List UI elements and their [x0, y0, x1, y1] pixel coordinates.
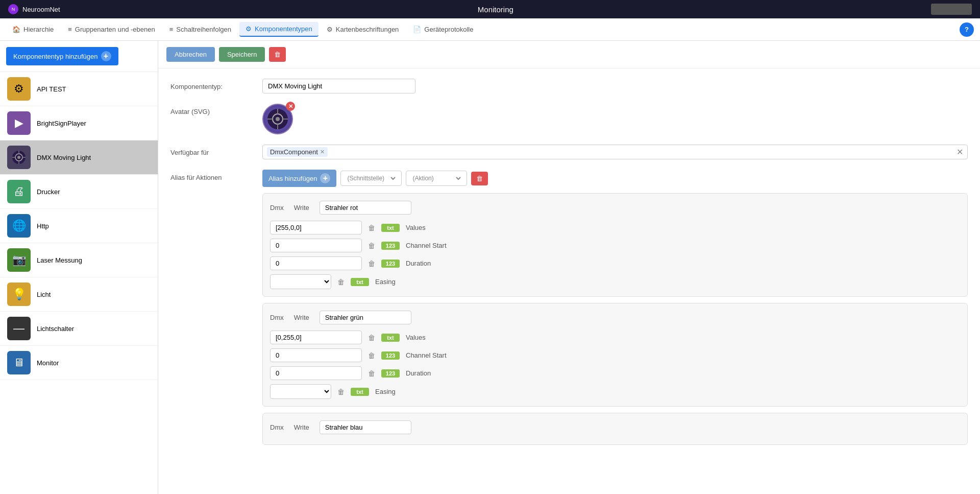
alias-field-channel-2[interactable] [270, 348, 362, 362]
cancel-button[interactable]: Abbrechen [166, 47, 215, 62]
content-area: Komponententyp hinzufügen + ⚙ API TEST ▶… [0, 41, 980, 494]
sidebar-item-api-test[interactable]: ⚙ API TEST [0, 72, 158, 106]
nav-item-kartenbeschriftungen[interactable]: ⚙ Kartenbeschriftungen [321, 22, 405, 36]
home-icon: 🏠 [12, 26, 20, 33]
alias-field-values-1[interactable] [270, 221, 362, 234]
lichtschalter-icon: — [7, 317, 31, 340]
komponententyp-input[interactable] [262, 79, 415, 93]
svg-point-2 [17, 156, 20, 159]
alias-label: Alias für Aktionen [170, 170, 252, 181]
nav-item-schaltreihenfolgen[interactable]: ≡ Schaltreihenfolgen [163, 22, 237, 36]
alias-duration-delete-2[interactable]: 🗑 [368, 369, 375, 378]
main-content: Komponententyp: Avatar (SVG) ✕ [158, 68, 980, 494]
alias-label-values-1: Values [406, 224, 426, 231]
topbar-logo: N NeuroomNet [8, 4, 60, 14]
alias-channel-delete-1[interactable]: 🗑 [368, 242, 375, 250]
card-icon: ⚙ [327, 26, 333, 33]
schnittstelle-dropdown[interactable]: (Schnittstelle) [340, 171, 402, 186]
sidebar-item-drucker[interactable]: 🖨 Drucker [0, 175, 158, 209]
alias-duration-delete-1[interactable]: 🗑 [368, 260, 375, 268]
sidebar-label-monitor: Monitor [37, 359, 59, 367]
licht-icon: 💡 [7, 283, 31, 306]
nav-label-gerateprotokolle: Geräteprotokolle [424, 26, 473, 33]
alias-action-3: Write [294, 424, 309, 431]
nav-item-gerateprotokolle[interactable]: 📄 Geräteprotokolle [407, 22, 479, 36]
sidebar-item-dmx-moving-light[interactable]: DMX Moving Light [0, 140, 158, 175]
main-panel: Abbrechen Speichern 🗑 Komponententyp: Av… [158, 41, 980, 494]
alias-add-button[interactable]: Alias hinzufügen + [262, 170, 336, 187]
alias-field-delete-1[interactable]: 🗑 [368, 224, 375, 232]
alias-label-duration-2: Duration [406, 369, 431, 377]
sidebar-item-lichtschalter[interactable]: — Lichtschalter [0, 312, 158, 346]
form-row-avatar: Avatar (SVG) ✕ [170, 104, 968, 134]
nav-item-hierarchie[interactable]: 🏠 Hierarchie [6, 22, 60, 36]
alias-easing-select-1[interactable] [270, 274, 331, 289]
group-icon: ≡ [68, 26, 72, 33]
help-button[interactable]: ? [960, 22, 974, 37]
sidebar-label-laser: Laser Messung [37, 256, 82, 264]
alias-easing-delete-1[interactable]: 🗑 [337, 278, 345, 286]
alias-type-2: Dmx [270, 314, 284, 321]
tag-remove-button[interactable]: ✕ [320, 149, 325, 155]
add-komponententyp-button[interactable]: Komponententyp hinzufügen + [6, 47, 118, 65]
alias-label-easing-2: Easing [375, 388, 396, 395]
alias-label-values-2: Values [406, 334, 426, 341]
alias-easing-select-2[interactable] [270, 384, 331, 399]
alias-card-strahler-blau: Dmx Write [262, 413, 968, 445]
aktion-select[interactable]: (Aktion) [410, 174, 462, 182]
alias-add-label: Alias hinzufügen [268, 175, 317, 182]
verfugbar-tags-container[interactable]: DmxComponent ✕ ✕ [262, 145, 968, 159]
sidebar-label-api-test: API TEST [37, 85, 66, 93]
alias-field-channel-1[interactable] [270, 239, 362, 252]
alias-field-values-2[interactable] [270, 331, 362, 344]
avatar-container-wrapper: ✕ [262, 104, 968, 134]
alias-badge-easing-2: txt [351, 388, 369, 396]
alias-toolbar: Alias hinzufügen + (Schnittstelle) (Akti… [262, 170, 968, 187]
http-icon: 🌐 [7, 214, 31, 238]
alias-action-2: Write [294, 314, 309, 321]
nav-item-komponententypen[interactable]: ⚙ Komponententypen [239, 22, 318, 37]
avatar-container: ✕ [262, 104, 293, 134]
nav-label-hierarchie: Hierarchie [23, 26, 54, 33]
alias-name-input-1[interactable] [320, 201, 411, 215]
sidebar-item-licht[interactable]: 💡 Licht [0, 277, 158, 312]
alias-badge-txt-2: txt [381, 334, 400, 342]
alias-easing-delete-2[interactable]: 🗑 [337, 388, 345, 396]
sidebar-item-brightsignplayer[interactable]: ▶ BrightSignPlayer [0, 106, 158, 140]
aktion-dropdown[interactable]: (Aktion) [406, 171, 467, 186]
topbar-right [931, 4, 972, 15]
logo-text: NeuroomNet [22, 6, 60, 13]
sidebar-item-http[interactable]: 🌐 Http [0, 209, 158, 243]
alias-card-strahler-grun: Dmx Write 🗑 txt Values 🗑 [262, 303, 968, 407]
alias-type-1: Dmx [270, 204, 284, 211]
sidebar-item-monitor[interactable]: 🖥 Monitor [0, 346, 158, 380]
avatar-label: Avatar (SVG) [170, 104, 252, 115]
nav-item-gruppenarten[interactable]: ≡ Gruppenarten und -ebenen [62, 22, 161, 36]
alias-delete-button[interactable]: 🗑 [471, 172, 488, 185]
api-test-icon: ⚙ [7, 77, 31, 101]
delete-button[interactable]: 🗑 [269, 47, 286, 62]
sidebar-label-brightsign: BrightSignPlayer [37, 120, 86, 127]
alias-name-input-2[interactable] [320, 311, 411, 324]
sidebar-header: Komponententyp hinzufügen + [0, 41, 158, 72]
add-button-label: Komponententyp hinzufügen [13, 53, 98, 60]
save-button[interactable]: Speichern [219, 47, 265, 62]
alias-card-strahler-rot: Dmx Write 🗑 txt Values [262, 193, 968, 297]
verfugbar-label: Verfügbar für [170, 145, 252, 156]
nav-label-schaltreihenfolgen: Schaltreihenfolgen [176, 26, 231, 33]
sidebar-label-drucker: Drucker [37, 188, 60, 196]
alias-name-input-3[interactable] [320, 420, 411, 434]
form-row-alias: Alias für Aktionen Alias hinzufügen + (S… [170, 170, 968, 451]
sidebar-item-laser-messung[interactable]: 📷 Laser Messung [0, 243, 158, 277]
alias-row-channel-1: 🗑 123 Channel Start [270, 239, 960, 252]
alias-row-values-2: 🗑 txt Values [270, 331, 960, 344]
schnittstelle-select[interactable]: (Schnittstelle) [345, 174, 397, 182]
alias-field-delete-values-2[interactable]: 🗑 [368, 334, 375, 342]
tags-close-button[interactable]: ✕ [957, 147, 963, 157]
monitor-icon: 🖥 [7, 351, 31, 374]
alias-field-duration-1[interactable] [270, 256, 362, 270]
avatar-remove-button[interactable]: ✕ [286, 102, 295, 111]
brightsign-icon: ▶ [7, 111, 31, 135]
alias-channel-delete-2[interactable]: 🗑 [368, 351, 375, 360]
alias-field-duration-2[interactable] [270, 366, 362, 380]
